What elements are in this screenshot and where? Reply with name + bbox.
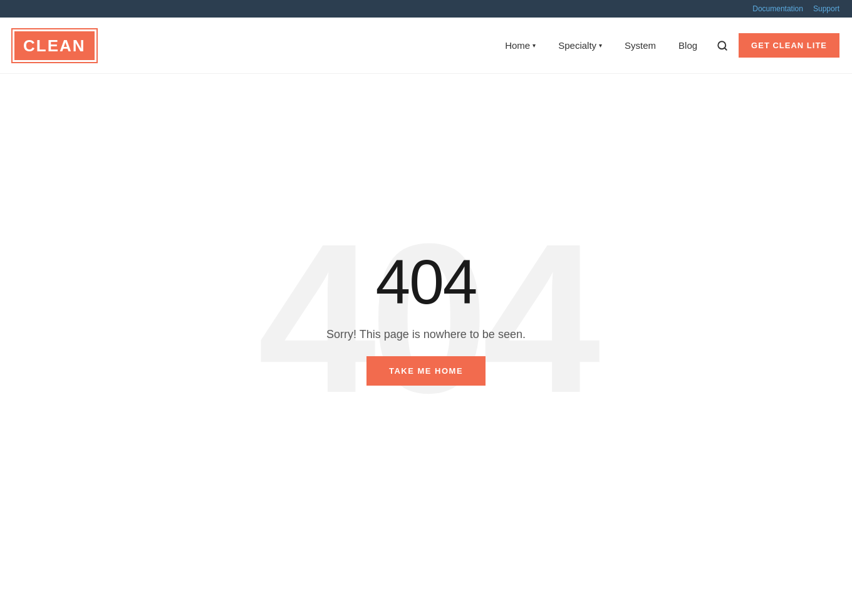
nav-blog[interactable]: Blog [670,35,706,56]
error-code: 404 [376,250,477,313]
documentation-link[interactable]: Documentation [752,4,803,13]
nav-home-label: Home [505,40,530,51]
site-logo[interactable]: CLEAN [13,29,96,62]
support-link[interactable]: Support [813,4,839,13]
error-message: Sorry! This page is nowhere to be seen. [326,328,526,341]
chevron-down-icon: ▾ [532,42,536,49]
search-icon[interactable] [711,34,734,57]
top-utility-bar: Documentation Support [0,0,852,18]
chevron-down-icon: ▾ [599,42,602,49]
main-content: 404 404 Sorry! This page is nowhere to b… [0,74,852,562]
nav-specialty-label: Specialty [558,40,596,51]
main-nav: Home ▾ Specialty ▾ System Blog GET CLEAN… [496,33,839,58]
take-me-home-button[interactable]: TAKE ME HOME [366,356,486,386]
main-header: CLEAN Home ▾ Specialty ▾ System Blog GET… [0,18,852,74]
get-clean-lite-button[interactable]: GET CLEAN LITE [739,33,839,58]
nav-blog-label: Blog [678,40,697,51]
nav-system[interactable]: System [616,35,665,56]
svg-line-1 [725,48,727,49]
nav-home[interactable]: Home ▾ [496,35,544,56]
nav-specialty[interactable]: Specialty ▾ [549,35,611,56]
nav-system-label: System [625,40,656,51]
error-foreground: 404 Sorry! This page is nowhere to be se… [326,250,526,386]
